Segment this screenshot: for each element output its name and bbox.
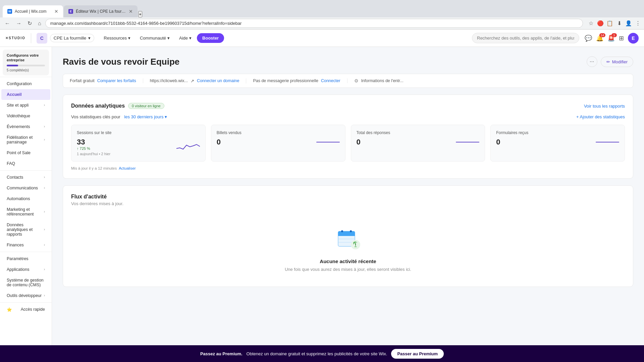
info-email-prefix: Pas de messagerie professionnelle bbox=[253, 78, 318, 83]
info-bar-email: Pas de messagerie professionnelle Connec… bbox=[246, 78, 347, 83]
menu-icon[interactable]: ⋮ bbox=[635, 20, 641, 27]
chevron-site-appli: › bbox=[44, 103, 45, 107]
extension-icon-1[interactable]: 🔴 bbox=[597, 20, 604, 27]
page-header: Ravis de vous revoir Equipe ··· ✏ Modifi… bbox=[63, 56, 633, 67]
stat-label-sessions: Sessions sur le site bbox=[77, 130, 200, 135]
extension-icon-3[interactable]: ⬇ bbox=[616, 20, 623, 27]
activity-subtitle: Vos dernières mises à jour. bbox=[71, 201, 625, 206]
chevron-communications: › bbox=[44, 186, 45, 190]
grid-icon-button[interactable]: ⊞ bbox=[619, 35, 624, 42]
studio-label: ✕STUDIO bbox=[5, 37, 25, 40]
nav-item-communaute[interactable]: Communauté ▾ bbox=[136, 34, 174, 43]
booster-button[interactable]: Booster bbox=[197, 33, 224, 43]
alert-button[interactable]: 🚨 1 bbox=[607, 35, 615, 42]
sidebar-item-site-appli[interactable]: Site et appli › bbox=[1, 100, 50, 111]
forward-button[interactable]: → bbox=[14, 19, 23, 28]
sidebar-item-contacts[interactable]: Contacts › bbox=[1, 172, 50, 183]
sidebar-item-acces-rapide[interactable]: ⭐ Accès rapide bbox=[1, 304, 50, 315]
site-selector-chevron: ▾ bbox=[88, 36, 91, 41]
sidebar: Configurons votre entreprise 5 complétée… bbox=[0, 47, 52, 362]
stats-period: Vos statistiques clés pour les 30 dernie… bbox=[71, 114, 625, 119]
add-stats-link[interactable]: + Ajouter des statistiques bbox=[576, 114, 625, 119]
browser-tabs: W Accueil | Wix.com ✕ E Éditeur Wix | CP… bbox=[3, 0, 142, 17]
acces-rapide-icon: ⭐ bbox=[7, 307, 12, 312]
nav-item-ressources[interactable]: Ressources ▾ bbox=[100, 34, 135, 43]
sidebar-item-communications[interactable]: Communications › bbox=[1, 183, 50, 193]
reload-button[interactable]: ↻ bbox=[25, 19, 34, 28]
sidebar-item-finances[interactable]: Finances › bbox=[1, 240, 50, 250]
site-selector[interactable]: CPE La fourmille ▾ bbox=[50, 34, 95, 42]
passer-premium-button[interactable]: Passer au Premium bbox=[391, 349, 444, 359]
chevron-contacts: › bbox=[44, 175, 45, 179]
config-box: Configurons votre entreprise 5 complétée… bbox=[3, 50, 49, 75]
sidebar-item-outils-dev[interactable]: Outils développeur › bbox=[1, 290, 50, 301]
connect-domain-link[interactable]: Connecter un domaine bbox=[197, 78, 239, 83]
stat-card-formulaires: Formulaires reçus 0 bbox=[490, 125, 625, 162]
chevron-outils-dev: › bbox=[44, 294, 45, 297]
home-button[interactable]: ⌂ bbox=[36, 19, 43, 28]
info-bar-domain: https://iclicweb.wix... ↗ Connecter un d… bbox=[143, 78, 247, 83]
address-bar[interactable] bbox=[45, 19, 583, 28]
svg-rect-2 bbox=[338, 234, 355, 236]
info-bar: Forfait gratuit Comparer les forfaits ht… bbox=[63, 74, 633, 88]
sidebar-item-applications[interactable]: Applications › bbox=[1, 264, 50, 275]
sidebar-item-point-of-sale[interactable]: Point of Sale bbox=[1, 147, 50, 158]
external-link-icon: ↗ bbox=[191, 78, 194, 83]
tab-label-1: Accueil | Wix.com bbox=[15, 9, 46, 14]
sidebar-item-marketing[interactable]: Marketing et référencement › bbox=[1, 204, 50, 220]
banner-text: Obtenez un domaine gratuit et supprimez … bbox=[247, 351, 387, 356]
new-tab-button[interactable]: + bbox=[138, 11, 142, 17]
info-business-label: Informations de l'entr... bbox=[361, 78, 404, 83]
profile-icon[interactable]: 👤 bbox=[625, 20, 632, 27]
stat-change-sessions: ↑ 725 % bbox=[77, 146, 110, 150]
app-container: ✕STUDIO C CPE La fourmille ▾ Ressources … bbox=[0, 29, 644, 362]
compare-plans-link[interactable]: Comparer les forfaits bbox=[97, 78, 136, 83]
info-plan-prefix: Forfait gratuit bbox=[70, 78, 95, 83]
sidebar-item-videotheque[interactable]: Vidéothèque bbox=[1, 111, 50, 121]
stat-label-billets: Billets vendus bbox=[217, 130, 340, 135]
view-reports-link[interactable]: Voir tous les rapports bbox=[584, 104, 625, 109]
empty-activity-title: Aucune activité récente bbox=[320, 258, 376, 264]
sidebar-item-faq[interactable]: FAQ bbox=[1, 158, 50, 169]
sidebar-item-configuration[interactable]: Configuration bbox=[1, 78, 50, 89]
sidebar-item-cms[interactable]: Système de gestion de contenu (CMS) bbox=[1, 275, 50, 290]
modifier-button[interactable]: ✏ Modifier bbox=[601, 57, 633, 67]
actualiser-link[interactable]: Actualiser bbox=[119, 166, 136, 170]
stat-row-formulaires: 0 bbox=[496, 138, 619, 146]
chevron-marketing: › bbox=[44, 210, 45, 214]
sidebar-item-parametres[interactable]: Paramètres bbox=[1, 253, 50, 264]
info-domain-url: https://iclicweb.wix... bbox=[150, 78, 188, 83]
header-search-input[interactable] bbox=[472, 33, 579, 43]
sidebar-item-fidelisation[interactable]: Fidélisation et parrainage › bbox=[1, 132, 50, 147]
period-link[interactable]: les 30 derniers jours ▾ bbox=[124, 114, 167, 119]
sidebar-item-evenements[interactable]: Évènements › bbox=[1, 121, 50, 132]
favicon-editor: E bbox=[68, 9, 73, 14]
progress-bar-track bbox=[7, 65, 45, 66]
browser-tab-2[interactable]: E Éditeur Wix | CPE La fourmille ✕ bbox=[64, 5, 138, 17]
browser-tab-active[interactable]: W Accueil | Wix.com ✕ bbox=[3, 5, 63, 17]
sidebar-divider-3 bbox=[0, 252, 52, 252]
stat-value-formulaires: 0 bbox=[496, 138, 500, 146]
activity-header: Flux d'activité Vos dernières mises à jo… bbox=[71, 194, 625, 206]
stat-row-reponses: 0 bbox=[357, 138, 480, 146]
stat-label-reponses: Total des réponses bbox=[357, 130, 480, 135]
browser-nav-icons: ☆ 🔴 📋 ⬇ 👤 ⋮ bbox=[588, 20, 641, 27]
bookmark-icon[interactable]: ☆ bbox=[588, 20, 594, 27]
tab-close-1[interactable]: ✕ bbox=[54, 9, 58, 14]
sidebar-item-accueil[interactable]: Accueil bbox=[1, 89, 50, 100]
connect-email-link[interactable]: Connecter bbox=[321, 78, 340, 83]
logo-area: ✕STUDIO C CPE La fourmille ▾ bbox=[5, 33, 94, 44]
back-button[interactable]: ← bbox=[3, 19, 12, 28]
info-bar-business[interactable]: ⚙ Informations de l'entr... bbox=[347, 78, 410, 83]
extension-icon-2[interactable]: 📋 bbox=[606, 20, 613, 27]
notification-bell-button[interactable]: 🔔 14 bbox=[596, 35, 603, 42]
stat-card-reponses: Total des réponses 0 bbox=[351, 125, 485, 162]
nav-item-aide[interactable]: Aide ▾ bbox=[175, 34, 196, 43]
tab-close-2[interactable]: ✕ bbox=[129, 9, 133, 14]
sidebar-item-automations[interactable]: Automations bbox=[1, 193, 50, 204]
user-avatar[interactable]: E bbox=[628, 33, 639, 44]
chat-icon-button[interactable]: 💬 bbox=[585, 35, 592, 42]
analytics-header: Données analytiques 0 visiteur en ligne … bbox=[71, 103, 625, 109]
more-options-button[interactable]: ··· bbox=[587, 56, 597, 67]
sidebar-item-donnees-analytiques[interactable]: Données analytiques et rapports › bbox=[1, 220, 50, 240]
